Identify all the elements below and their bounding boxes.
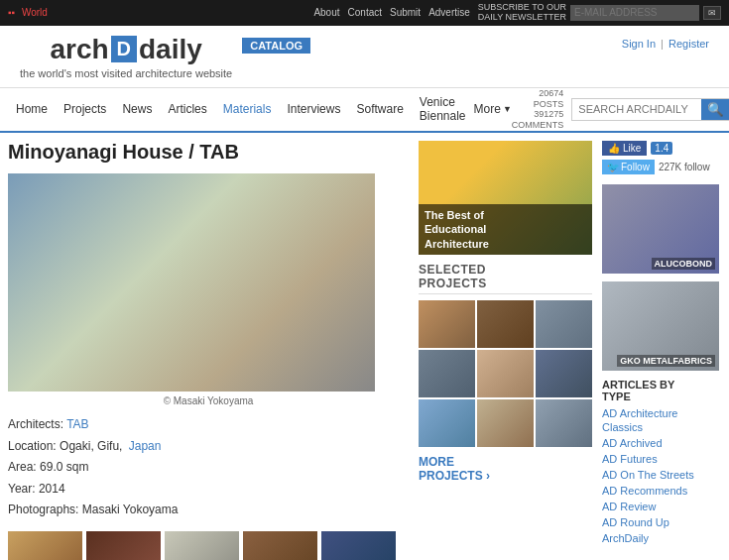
- chevron-down-icon: ▼: [503, 104, 512, 114]
- location-country-link[interactable]: Japan: [129, 439, 162, 453]
- world-icon: ▪▪: [8, 7, 15, 18]
- header-left: arch D daily the world's most visited ar…: [20, 34, 310, 79]
- architects-label: Architects:: [8, 417, 63, 431]
- ad-banner-1[interactable]: ALUCOBOND: [602, 184, 719, 274]
- top-bar-right: About Contact Submit Advertise SUBSCRIBE…: [313, 3, 721, 23]
- thumb-3[interactable]: [165, 531, 239, 560]
- project-thumb-5[interactable]: [477, 350, 534, 397]
- search-input[interactable]: [572, 100, 701, 118]
- nav-links: Home Projects News Articles Materials In…: [8, 89, 512, 129]
- nav-materials[interactable]: Materials: [215, 96, 280, 122]
- article-section: Minoyanagi House / TAB © Masaki Yokoyama…: [8, 141, 409, 560]
- advertise-link[interactable]: Advertise: [428, 7, 470, 18]
- thumb-1[interactable]: [8, 531, 82, 560]
- archdaily-link[interactable]: ArchDaily: [602, 532, 649, 544]
- tagline: the world's most visited architecture we…: [20, 67, 232, 79]
- nav-projects[interactable]: Projects: [56, 96, 114, 122]
- catalog-badge[interactable]: CATALOG: [242, 38, 310, 54]
- twitter-follow-button[interactable]: 🐦 Follow: [602, 160, 655, 174]
- project-thumb-4[interactable]: [419, 350, 475, 397]
- fb-like-button[interactable]: 👍 Like: [602, 141, 647, 156]
- photos-row: Photographs: Masaki Yokoyama: [8, 500, 409, 521]
- list-item: AD On The Streets: [602, 468, 721, 482]
- project-thumb-9[interactable]: [536, 399, 592, 447]
- list-item: AD Recommends: [602, 484, 721, 498]
- logo-arch: arch: [50, 34, 108, 65]
- nav-news[interactable]: News: [114, 96, 160, 122]
- logo-icon: D: [111, 36, 137, 62]
- thumbsup-icon: 👍: [608, 143, 620, 154]
- search-area: 20674 POSTS 391275 COMMENTS 🔍: [512, 88, 729, 131]
- nav-more[interactable]: More ▼: [474, 102, 512, 116]
- top-bar: ▪▪ World About Contact Submit Advertise …: [0, 0, 729, 26]
- year-label: Year:: [8, 482, 36, 496]
- thumb-4[interactable]: [243, 531, 317, 560]
- nav-articles[interactable]: Articles: [160, 96, 214, 122]
- area-value: 69.0 sqm: [40, 460, 88, 474]
- featured-box[interactable]: The Best ofEducationalArchitecture: [419, 141, 592, 255]
- email-submit-button[interactable]: ✉: [703, 6, 721, 20]
- architects-link[interactable]: TAB: [66, 417, 88, 431]
- search-box: 🔍: [571, 98, 729, 121]
- thumbnail-row: [8, 531, 409, 560]
- location-city: Ogaki, Gifu,: [60, 439, 122, 453]
- sidebar-right: 👍 Like 1.4 🐦 Follow 227K follow ALUCOBON…: [602, 141, 721, 560]
- architects-row: Architects: TAB: [8, 414, 409, 436]
- world-label: ▪▪ World: [8, 7, 52, 18]
- social-buttons: 👍 Like 1.4 🐦 Follow 227K follow: [602, 141, 721, 174]
- stats: 20674 POSTS 391275 COMMENTS: [512, 88, 564, 131]
- search-icon: 🔍: [707, 102, 724, 117]
- email-input[interactable]: [570, 5, 699, 21]
- list-item: AD Round Up: [602, 515, 721, 529]
- ad-futures-link[interactable]: AD Futures: [602, 453, 658, 465]
- signin-link[interactable]: Sign In: [622, 38, 656, 50]
- area-row: Area: 69.0 sqm: [8, 457, 409, 479]
- article-type-list: AD Architecture Classics AD Archived AD …: [602, 406, 721, 545]
- ad-on-the-streets-link[interactable]: AD On The Streets: [602, 469, 694, 481]
- newsletter-label: SUBSCRIBE TO OURDAILY NEWSLETTER: [478, 3, 566, 23]
- project-thumb-1[interactable]: [419, 300, 475, 348]
- main-content: Minoyanagi House / TAB © Masaki Yokoyama…: [0, 133, 729, 560]
- follow-label: Follow: [621, 162, 650, 172]
- project-thumb-6[interactable]: [536, 350, 592, 397]
- more-projects-link[interactable]: MOREPROJECTS ›: [419, 455, 592, 483]
- selected-projects-label: SELECTED PROJECTS: [419, 263, 592, 294]
- location-row: Location: Ogaki, Gifu, Japan: [8, 436, 409, 458]
- list-item: AD Futures: [602, 452, 721, 466]
- register-link[interactable]: Register: [668, 38, 709, 50]
- nav-home[interactable]: Home: [8, 96, 56, 122]
- submit-link[interactable]: Submit: [390, 7, 421, 18]
- project-thumb-2[interactable]: [477, 300, 534, 348]
- photos-value: Masaki Yokoyama: [82, 503, 179, 516]
- twitter-follow-row: 🐦 Follow 227K follow: [602, 160, 721, 174]
- list-item: AD Review: [602, 500, 721, 513]
- thumb-5[interactable]: [321, 531, 396, 560]
- contact-link[interactable]: Contact: [348, 7, 382, 18]
- project-grid: [419, 300, 592, 447]
- nav-venice[interactable]: Venice Biennale: [412, 89, 474, 129]
- ad-archived-link[interactable]: AD Archived: [602, 437, 663, 449]
- articles-by-type: ARTICLES BYTYPE AD Architecture Classics…: [602, 379, 721, 545]
- project-thumb-3[interactable]: [536, 300, 592, 348]
- sidebar-center: The Best ofEducationalArchitecture SELEC…: [419, 141, 592, 560]
- search-button[interactable]: 🔍: [701, 99, 729, 120]
- about-link[interactable]: About: [313, 7, 339, 18]
- newsletter-area: SUBSCRIBE TO OURDAILY NEWSLETTER ✉: [478, 3, 721, 23]
- article-image-placeholder: [8, 173, 375, 392]
- logo-daily: daily: [139, 34, 202, 65]
- ad-banner-2[interactable]: GKO METALFABRICS: [602, 281, 719, 371]
- twitter-bird-icon: 🐦: [607, 162, 619, 172]
- image-caption: © Masaki Yokoyama: [8, 395, 409, 406]
- thumb-2[interactable]: [86, 531, 161, 560]
- ad-architecture-classics-link[interactable]: AD Architecture Classics: [602, 407, 677, 433]
- nav-interviews[interactable]: Interviews: [279, 96, 348, 122]
- article-title: Minoyanagi House / TAB: [8, 141, 409, 164]
- ad-round-up-link[interactable]: AD Round Up: [602, 516, 669, 528]
- ad-review-link[interactable]: AD Review: [602, 501, 656, 512]
- world-text: World: [22, 7, 48, 18]
- auth-links: Sign In | Register: [622, 34, 709, 50]
- project-thumb-8[interactable]: [477, 399, 534, 447]
- project-thumb-7[interactable]: [419, 399, 475, 447]
- ad-recommends-link[interactable]: AD Recommends: [602, 485, 687, 497]
- nav-software[interactable]: Software: [348, 96, 411, 122]
